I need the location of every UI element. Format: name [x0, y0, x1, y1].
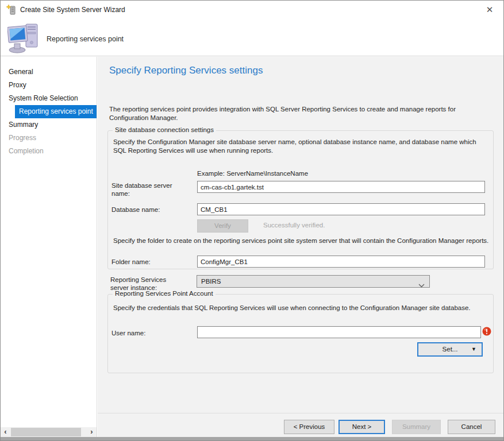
sidebar-item-system-role-selection[interactable]: System Role Selection	[1, 92, 97, 105]
window-title: Create Site System Server Wizard	[20, 6, 125, 14]
scrollbar-thumb[interactable]	[11, 428, 81, 436]
server-instance-label: Reporting Services server instance:	[110, 276, 184, 292]
sidebar-item-completion: Completion	[1, 145, 97, 158]
scroll-left-icon[interactable]: ‹	[1, 427, 10, 437]
verify-status-text: Successfully verified.	[263, 222, 325, 229]
set-account-button[interactable]: Set... ▼	[417, 342, 483, 357]
computer-icon	[7, 21, 42, 57]
sidebar-item-progress: Progress	[1, 131, 97, 145]
username-input[interactable]	[197, 326, 481, 338]
title-bar: Create Site System Server Wizard ✕	[1, 1, 503, 19]
site-database-group-legend: Site database connection settings	[113, 126, 216, 133]
page-title: Specify Reporting Services settings	[109, 65, 263, 76]
wizard-banner: Reporting services point	[1, 19, 503, 56]
sidebar-item-reporting-services-point[interactable]: Reporting services point	[15, 105, 97, 118]
set-dropdown-arrow-icon: ▼	[471, 343, 476, 355]
folder-name-label: Folder name:	[111, 258, 186, 266]
account-group-legend: Reporting Services Point Account	[113, 290, 216, 297]
window-bottom-edge	[1, 437, 503, 440]
sidebar-horizontal-scrollbar[interactable]: ‹ ›	[1, 427, 97, 437]
account-group: Reporting Services Point Account Specify…	[107, 294, 494, 373]
verify-button: Verify	[197, 219, 248, 233]
wizard-app-icon	[6, 5, 16, 15]
footer-separator	[98, 413, 503, 413]
sidebar-item-general[interactable]: General	[1, 65, 97, 79]
close-icon[interactable]: ✕	[483, 3, 497, 16]
account-description: Specify the credentials that SQL Reporti…	[113, 304, 487, 312]
sidebar-item-proxy[interactable]: Proxy	[1, 79, 97, 92]
server-name-example: Example: ServerName\InstanceName	[197, 169, 308, 178]
folder-note-text: Specify the folder to create on the repo…	[113, 237, 490, 245]
site-database-description: Specify the Configuration Manager site d…	[113, 138, 487, 155]
server-name-label: Site database server name:	[111, 181, 186, 198]
username-label: User name:	[111, 329, 186, 337]
next-button[interactable]: Next >	[338, 420, 385, 434]
error-icon	[482, 327, 491, 336]
server-name-input[interactable]	[197, 181, 485, 193]
database-name-label: Database name:	[111, 206, 186, 214]
banner-title: Reporting services point	[47, 35, 124, 43]
folder-name-input[interactable]	[197, 256, 485, 268]
database-name-input[interactable]	[197, 203, 485, 215]
wizard-window: Create Site System Server Wizard ✕ Repor…	[0, 0, 504, 441]
server-instance-value: PBIRS	[201, 278, 221, 285]
site-database-group: Site database connection settings Specif…	[107, 130, 494, 269]
page-intro-text: The reporting services point provides in…	[109, 105, 493, 122]
wizard-page-content: Specify Reporting Services settings The …	[98, 57, 503, 437]
wizard-steps-sidebar: General Proxy System Role Selection Repo…	[1, 57, 97, 437]
summary-button: Summary	[392, 420, 441, 434]
cancel-button[interactable]: Cancel	[448, 420, 495, 434]
chevron-down-icon	[418, 280, 425, 291]
previous-button[interactable]: < Previous	[284, 420, 334, 434]
server-instance-select[interactable]: PBIRS	[197, 275, 430, 288]
set-button-label: Set...	[443, 346, 458, 353]
sidebar-item-summary[interactable]: Summary	[1, 118, 97, 131]
scroll-right-icon[interactable]: ›	[87, 427, 97, 437]
